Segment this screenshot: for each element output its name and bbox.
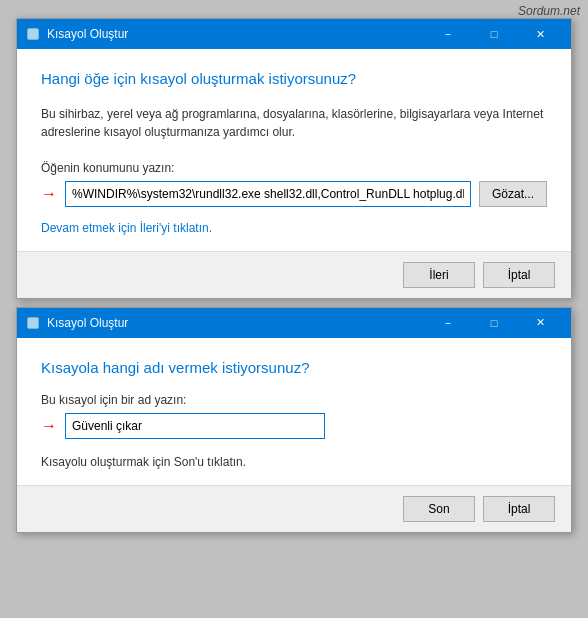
arrow-icon-1: → (41, 185, 57, 203)
next-button[interactable]: İleri (403, 262, 475, 288)
close-button-2[interactable]: ✕ (517, 308, 563, 338)
dialog-2: Kısayol Oluştur − □ ✕ Kısayola hangi adı… (16, 307, 572, 534)
finish-button[interactable]: Son (403, 496, 475, 522)
dialog-footer-2: Son İptal (17, 485, 571, 532)
dialog-heading-2: Kısayola hangi adı vermek istiyorsunuz? (41, 358, 547, 378)
titlebar-icon-1 (25, 26, 41, 42)
dialog-1: Kısayol Oluştur − □ ✕ Hangi öğe için kıs… (16, 18, 572, 299)
dialog-body-1: Hangi öğe için kısayol oluşturmak istiyo… (17, 49, 571, 251)
minimize-button-2[interactable]: − (425, 308, 471, 338)
titlebar-icon-2 (25, 315, 41, 331)
titlebar-controls-1: − □ ✕ (425, 19, 563, 49)
watermark: Sordum.net (518, 4, 580, 18)
titlebar-controls-2: − □ ✕ (425, 308, 563, 338)
titlebar-2: Kısayol Oluştur − □ ✕ (17, 308, 571, 338)
maximize-button-1[interactable]: □ (471, 19, 517, 49)
close-button-1[interactable]: ✕ (517, 19, 563, 49)
dialog-body-2: Kısayola hangi adı vermek istiyorsunuz? … (17, 338, 571, 486)
titlebar-1: Kısayol Oluştur − □ ✕ (17, 19, 571, 49)
field-row-2: → (41, 413, 547, 439)
cancel-button-2[interactable]: İptal (483, 496, 555, 522)
cancel-button-1[interactable]: İptal (483, 262, 555, 288)
maximize-button-2[interactable]: □ (471, 308, 517, 338)
hint-text-2: Kısayolu oluşturmak için Son'u tıklatın. (41, 455, 547, 469)
location-input[interactable] (65, 181, 471, 207)
titlebar-title-2: Kısayol Oluştur (47, 316, 419, 330)
browse-button[interactable]: Gözat... (479, 181, 547, 207)
hint-text-1: Devam etmek için İleri'yi tıklatın. (41, 221, 547, 235)
field-row-1: → Gözat... (41, 181, 547, 207)
field-label-1: Öğenin konumunu yazın: (41, 161, 547, 175)
dialog-heading-1: Hangi öğe için kısayol oluşturmak istiyo… (41, 69, 547, 89)
field-label-2: Bu kısayol için bir ad yazın: (41, 393, 547, 407)
dialog-footer-1: İleri İptal (17, 251, 571, 298)
arrow-icon-2: → (41, 417, 57, 435)
shortcut-name-input[interactable] (65, 413, 325, 439)
minimize-button-1[interactable]: − (425, 19, 471, 49)
dialog-description-1: Bu sihirbaz, yerel veya ağ programlarına… (41, 105, 547, 141)
titlebar-title-1: Kısayol Oluştur (47, 27, 419, 41)
